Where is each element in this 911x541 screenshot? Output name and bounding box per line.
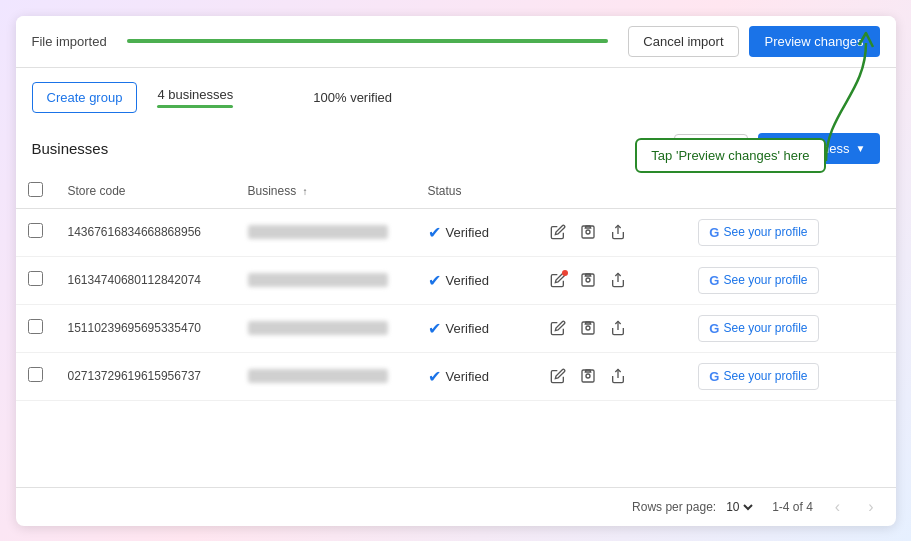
table-row: 16134740680112842074✔VerifiedGSee your p… — [16, 256, 896, 304]
see-profile-label: See your profile — [723, 369, 807, 383]
table-body: 14367616834668868956✔VerifiedGSee your p… — [16, 208, 896, 400]
business-name-cell — [236, 304, 416, 352]
google-g-icon: G — [709, 225, 719, 240]
business-name-blurred — [248, 273, 388, 287]
business-name-blurred — [248, 369, 388, 383]
status-label: Verified — [446, 321, 489, 336]
header-business: Business ↑ — [236, 174, 416, 209]
status-label: Verified — [446, 369, 489, 384]
status-cell: ✔Verified — [416, 208, 536, 256]
edit-icon-button[interactable] — [548, 270, 568, 290]
count-underline — [157, 105, 233, 108]
see-profile-cell: GSee your profile — [686, 352, 895, 400]
share-icon-button[interactable] — [608, 270, 628, 290]
add-photo-icon-button[interactable] — [578, 270, 598, 290]
header-actions: Cancel import Preview changes — [628, 26, 879, 57]
verified-icon: ✔ — [428, 223, 441, 242]
row-checkbox-cell — [16, 352, 56, 400]
file-imported-label: File imported — [32, 34, 107, 49]
businesses-table: Store code Business ↑ Status 14367616834… — [16, 174, 896, 401]
action-icons-cell — [536, 304, 687, 352]
pagination-next-button[interactable]: › — [862, 496, 879, 518]
see-profile-cell: GSee your profile — [686, 304, 895, 352]
verified-icon: ✔ — [428, 367, 441, 386]
verified-icon: ✔ — [428, 271, 441, 290]
row-checkbox[interactable] — [28, 223, 43, 238]
business-name-cell — [236, 352, 416, 400]
progress-bar — [127, 39, 609, 43]
header-store-code: Store code — [56, 174, 236, 209]
pagination-info: 1-4 of 4 — [772, 500, 813, 514]
status-cell: ✔Verified — [416, 256, 536, 304]
right-controls: All (4) Add business ▼ — [674, 133, 880, 164]
row-checkbox-cell — [16, 208, 56, 256]
sub-header: Create group 4 businesses 100% verified … — [16, 68, 896, 123]
business-name-cell — [236, 208, 416, 256]
businesses-count-label: 4 businesses — [157, 87, 233, 102]
share-icon-button[interactable] — [608, 366, 628, 386]
cancel-import-button[interactable]: Cancel import — [628, 26, 738, 57]
add-photo-icon-button[interactable] — [578, 366, 598, 386]
table-wrapper: Store code Business ↑ Status 14367616834… — [16, 174, 896, 487]
see-profile-button[interactable]: GSee your profile — [698, 267, 818, 294]
store-code-cell: 15110239695695335470 — [56, 304, 236, 352]
row-checkbox-cell — [16, 256, 56, 304]
preview-changes-button[interactable]: Preview changes — [749, 26, 880, 57]
sort-icon: ↑ — [303, 186, 308, 197]
businesses-title: Businesses — [32, 140, 109, 157]
filter-select[interactable]: All (4) — [674, 134, 748, 163]
share-icon-button[interactable] — [608, 222, 628, 242]
row-checkbox-cell — [16, 304, 56, 352]
verified-icon: ✔ — [428, 319, 441, 338]
business-name-blurred — [248, 225, 388, 239]
add-photo-icon-button[interactable] — [578, 318, 598, 338]
see-profile-label: See your profile — [723, 321, 807, 335]
status-label: Verified — [446, 225, 489, 240]
businesses-header: Businesses All (4) Add business ▼ — [16, 123, 896, 174]
edit-icon-button[interactable] — [548, 222, 568, 242]
google-g-icon: G — [709, 369, 719, 384]
google-g-icon: G — [709, 273, 719, 288]
add-business-dropdown-arrow: ▼ — [856, 143, 866, 154]
add-business-button[interactable]: Add business ▼ — [758, 133, 880, 164]
svg-point-13 — [586, 374, 590, 378]
google-g-icon: G — [709, 321, 719, 336]
rows-per-page-label: Rows per page: — [632, 500, 716, 514]
see-profile-label: See your profile — [723, 225, 807, 239]
svg-point-1 — [586, 230, 590, 234]
store-code-cell: 02713729619615956737 — [56, 352, 236, 400]
business-name-cell — [236, 256, 416, 304]
see-profile-label: See your profile — [723, 273, 807, 287]
businesses-count-block: 4 businesses — [157, 87, 233, 108]
create-group-button[interactable]: Create group — [32, 82, 138, 113]
see-profile-button[interactable]: GSee your profile — [698, 219, 818, 246]
content-area: Businesses All (4) Add business ▼ Store … — [16, 123, 896, 526]
share-icon-button[interactable] — [608, 318, 628, 338]
progress-bar-fill — [127, 39, 609, 43]
table-row: 14367616834668868956✔VerifiedGSee your p… — [16, 208, 896, 256]
add-photo-icon-button[interactable] — [578, 222, 598, 242]
store-code-cell: 16134740680112842074 — [56, 256, 236, 304]
see-profile-button[interactable]: GSee your profile — [698, 315, 818, 342]
store-code-cell: 14367616834668868956 — [56, 208, 236, 256]
pagination-prev-button[interactable]: ‹ — [829, 496, 846, 518]
table-row: 15110239695695335470✔VerifiedGSee your p… — [16, 304, 896, 352]
action-icons-cell — [536, 256, 687, 304]
row-checkbox[interactable] — [28, 271, 43, 286]
status-label: Verified — [446, 273, 489, 288]
edit-icon-button[interactable] — [548, 366, 568, 386]
table-row: 02713729619615956737✔VerifiedGSee your p… — [16, 352, 896, 400]
svg-point-9 — [586, 326, 590, 330]
rows-per-page-select[interactable]: 10 — [722, 499, 756, 515]
status-cell: ✔Verified — [416, 304, 536, 352]
see-profile-cell: GSee your profile — [686, 256, 895, 304]
row-checkbox[interactable] — [28, 367, 43, 382]
see-profile-cell: GSee your profile — [686, 208, 895, 256]
see-profile-button[interactable]: GSee your profile — [698, 363, 818, 390]
select-all-checkbox[interactable] — [28, 182, 43, 197]
row-checkbox[interactable] — [28, 319, 43, 334]
add-business-label: Add business — [772, 141, 850, 156]
header-actions — [536, 174, 687, 209]
edit-icon-button[interactable] — [548, 318, 568, 338]
action-icons-cell — [536, 352, 687, 400]
